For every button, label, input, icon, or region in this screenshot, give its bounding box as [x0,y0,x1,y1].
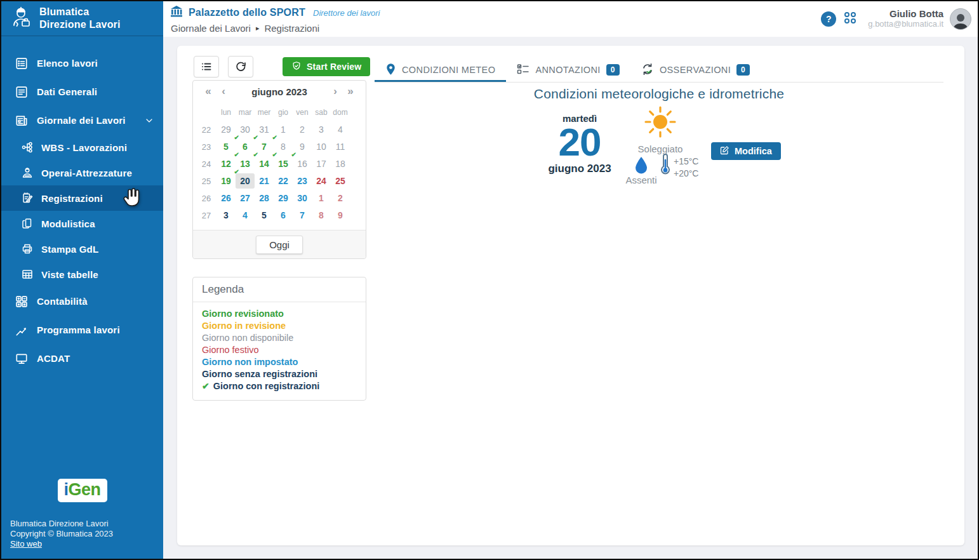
calendar-month-label[interactable]: giugno 2023 [231,86,328,97]
building-icon [170,5,183,20]
tab-condizioni-meteo[interactable]: CONDIZIONI METEO [375,60,506,83]
calendar-day[interactable]: 18 [331,156,350,172]
app-window: Blumatica Direzione Lavori Elenco lavori… [0,0,979,560]
sidebar-item-contabilit[interactable]: Contabilità [1,287,163,316]
calendar-day[interactable]: 10 [312,138,331,155]
calendar: « ‹ giugno 2023 › » lunmarmergiovensabdo… [192,80,366,259]
breadcrumb-parent[interactable]: Giornale dei Lavori [171,23,251,34]
week-number: 27 [196,207,216,223]
tab-count-badge: 0 [736,64,750,76]
calendar-next-month-button[interactable]: › [328,85,343,98]
calendar-day[interactable]: 9 [331,207,350,223]
calendar-prev-month-button[interactable]: ‹ [216,85,231,98]
today-button[interactable]: Oggi [256,236,303,254]
calendar-day[interactable]: 16 [293,156,312,172]
calendar-day[interactable]: 19✔ [216,173,236,189]
calendar-day[interactable]: 29 [216,121,236,138]
sidebar-item-elenco-lavori[interactable]: Elenco lavori [1,49,163,77]
calendar-day[interactable]: 25 [331,173,350,189]
legend-item-giorno-revisionato: Giorno revisionato [202,308,357,320]
pin-icon [385,63,396,77]
refresh-button[interactable] [228,56,253,77]
user-email: g.botta@blumatica.it [868,19,943,29]
sun-icon [644,105,677,141]
list-view-button[interactable] [194,56,219,77]
calendar-grid: lunmarmergiovensabdom222930311234235✔6✔7… [193,100,366,230]
calendar-day[interactable]: 4 [236,207,255,223]
sidebar-item-operai-attrezzature[interactable]: Operai-Attrezzature [1,160,163,185]
calendar-day[interactable]: 4 [331,121,350,138]
calendar-day[interactable]: 17 [312,156,331,172]
legend-item-giorno-non-disponibile: Giorno non disponibile [202,332,357,344]
sidebar-item-programma-lavori[interactable]: Programma lavori [1,316,163,344]
calendar-day[interactable]: 1 [312,190,331,206]
footer-copyright: Copyright © Blumatica 2023 [10,529,113,539]
tab-annotazioni[interactable]: ANNOTAZIONI0 [506,60,630,83]
sidebar-item-stampa-gdl[interactable]: Stampa GdL [1,236,163,262]
list-doc-icon [14,56,29,71]
calendar-day[interactable]: 12✔ [216,156,236,172]
temperature-values: +15°C +20°C [674,156,698,180]
sidebar-item-acdat[interactable]: ACDAT [1,344,163,373]
week-number: 25 [196,173,216,189]
calendar-day[interactable]: 24 [312,173,331,189]
sidebar-item-dati-generali[interactable]: Dati Generali [1,77,163,106]
help-button[interactable]: ? [821,11,836,27]
footer-app-name: Blumatica Direzione Lavori [10,519,113,529]
sidebar-item-giornale-dei-lavori[interactable]: Giornale dei Lavori [1,106,163,135]
calendar-day[interactable]: 5 [255,207,274,223]
calendar-day[interactable]: 28 [255,190,274,206]
week-number: 23 [196,138,216,155]
start-review-button[interactable]: Start Review [283,57,370,76]
project-role: Direttore dei lavori [313,8,380,18]
calendar-day[interactable]: 2 [293,121,312,138]
calendar-day[interactable]: 6 [274,207,293,223]
sidebar-item-registrazioni[interactable]: Registrazioni [1,185,163,211]
footer-website-link[interactable]: Sito web [10,539,42,549]
sync-icon [641,63,654,77]
chevron-down-icon [144,116,154,126]
legend-item-giorno-in-revisione: Giorno in revisione [202,320,357,332]
apps-grid-icon[interactable] [842,10,858,28]
sidebar-item-modulistica[interactable]: Modulistica [1,211,163,236]
legend-item-giorno-non-impostato: Giorno non impostato [202,356,357,368]
calendar-day[interactable]: 14✔ [255,156,274,172]
calendar-day[interactable]: 29 [274,190,293,206]
calendar-day[interactable]: 27 [236,190,255,206]
edit-weather-button[interactable]: Modifica [711,142,781,160]
calendar-day[interactable]: 23 [293,173,312,189]
calendar-day[interactable]: 20 [236,173,255,189]
calendar-day[interactable]: 22 [274,173,293,189]
worker-logo-icon [9,5,33,32]
user-meta[interactable]: Giulio Botta g.botta@blumatica.it [868,9,943,29]
app-logo: Blumatica Direzione Lavori [1,1,163,36]
sidebar-item-wbs-lavorazioni[interactable]: WBS - Lavorazioni [1,135,163,160]
legend-panel: Legenda Giorno revisionatoGiorno in revi… [192,277,366,401]
calendar-day[interactable]: 30 [293,190,312,206]
calendar-day[interactable]: 5✔ [216,138,236,155]
avatar[interactable] [950,8,971,30]
igen-logo-badge: iGen [57,479,107,502]
tab-osservazioni[interactable]: OSSERVAZIONI0 [630,60,761,83]
calendar-day[interactable]: 2 [331,190,350,206]
calendar-next-year-button[interactable]: » [343,85,358,98]
calendar-day[interactable]: 21 [255,173,274,189]
sidebar-item-label: ACDAT [37,353,70,364]
calendar-day[interactable]: 11 [331,138,350,155]
breadcrumb-separator-icon: ▸ [256,24,260,32]
sidebar-item-viste-tabelle[interactable]: Viste tabelle [1,262,163,287]
monitor-icon [14,351,29,366]
calendar-day[interactable]: 8 [312,207,331,223]
rain-drop-icon [634,156,649,177]
user-name: Giulio Botta [868,9,943,19]
tab-bar: CONDIZIONI METEOANNOTAZIONI0OSSERVAZIONI… [375,60,761,83]
calendar-day[interactable]: 26 [216,190,236,206]
calendar-prev-year-button[interactable]: « [201,85,216,98]
project-title[interactable]: Palazzetto dello SPORT [189,7,305,18]
brand-name: Blumatica Direzione Lavori [39,6,121,31]
calendar-day[interactable]: 7 [293,207,312,223]
weekday-header: mer [255,104,274,121]
calendar-day[interactable]: 3 [312,121,331,138]
calendar-day[interactable]: 15✔ [274,156,293,172]
calendar-day[interactable]: 3 [216,207,236,223]
